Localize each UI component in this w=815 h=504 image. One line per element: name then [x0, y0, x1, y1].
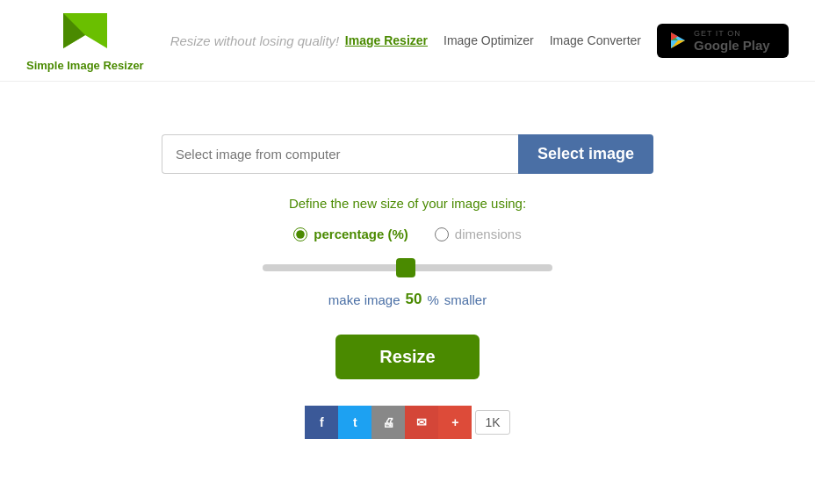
share-count-badge: 1K [475, 410, 509, 435]
percent-value: 50 [406, 291, 422, 308]
select-image-button[interactable]: Select image [518, 134, 653, 174]
percentage-slider[interactable] [263, 264, 552, 271]
radio-dimensions-option[interactable]: dimensions [435, 227, 522, 241]
make-image-prefix: make image [328, 292, 400, 307]
radio-percentage-label: percentage (%) [314, 227, 408, 241]
google-play-store: Google Play [694, 38, 770, 53]
file-path-input[interactable] [162, 134, 518, 174]
define-label: Define the new size of your image using: [289, 196, 526, 211]
radio-dimensions-label: dimensions [455, 227, 522, 241]
google-play-get-it: GET IT ON [694, 29, 770, 38]
google-play-text: GET IT ON Google Play [694, 29, 770, 53]
email-share-button[interactable]: ✉ [405, 406, 438, 439]
nav-image-optimizer[interactable]: Image Optimizer [444, 33, 534, 47]
radio-dimensions-input[interactable] [435, 227, 449, 241]
file-row: Select image [162, 134, 653, 174]
resize-button[interactable]: Resize [335, 335, 479, 379]
twitter-share-button[interactable]: t [338, 406, 371, 439]
nav-links: Image Resizer Image Optimizer Image Conv… [345, 24, 789, 58]
social-row: f t 🖨 ✉ + 1K [305, 406, 509, 439]
percent-symbol: % [427, 292, 438, 307]
radio-percentage-option[interactable]: percentage (%) [293, 227, 408, 241]
logo-area: Simple Image Resizer [26, 9, 144, 72]
logo-icon [59, 9, 112, 57]
google-play-button[interactable]: GET IT ON Google Play [657, 24, 789, 58]
nav-image-resizer[interactable]: Image Resizer [345, 33, 428, 47]
print-button[interactable]: 🖨 [371, 406, 405, 439]
make-image-row: make image 50 % smaller [328, 291, 487, 308]
nav-image-converter[interactable]: Image Converter [550, 33, 641, 47]
plus-share-button[interactable]: + [438, 406, 472, 439]
play-triangle-icon [667, 31, 687, 50]
slider-container [263, 259, 552, 275]
logo-text: Simple Image Resizer [26, 59, 144, 72]
make-image-suffix: smaller [444, 292, 487, 307]
tagline: Resize without losing quality! [170, 33, 345, 48]
radio-percentage-input[interactable] [293, 227, 307, 241]
facebook-share-button[interactable]: f [305, 406, 338, 439]
radio-row: percentage (%) dimensions [293, 227, 521, 241]
